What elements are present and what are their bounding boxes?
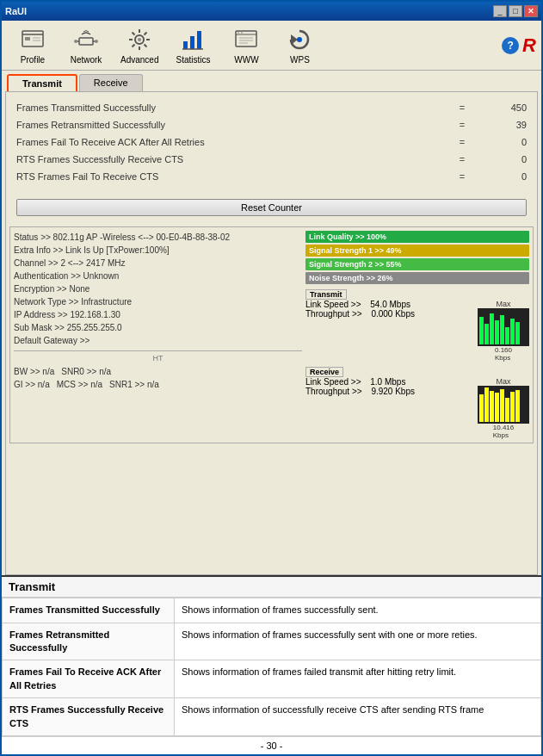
desc-term-0: Frames Transmitted Successfully <box>3 598 175 623</box>
stat-label-0: Frames Transmitted Successfully <box>16 102 449 113</box>
signal-strength1-bar: Signal Strength 1 >> 49% <box>305 245 529 257</box>
gi-value: GI >> n/a <box>14 378 50 391</box>
stat-label-2: Frames Fail To Receive ACK After All Ret… <box>16 137 449 147</box>
link-quality-bar: Link Quality >> 100% <box>305 231 529 243</box>
svg-point-18 <box>238 32 239 34</box>
desc-header: Transmit <box>2 577 541 598</box>
rx-kbps-label: 10.416Kbps <box>493 424 514 439</box>
title-bar: RaUI _ □ ✕ <box>2 2 541 21</box>
ht-title: HT <box>14 353 302 365</box>
toolbar-item-statistics[interactable]: Statistics <box>167 24 219 66</box>
desc-row-0: Frames Transmitted Successfully Shows in… <box>3 598 541 623</box>
main-panel: Frames Transmitted Successfully = 450 Fr… <box>5 91 538 575</box>
stat-eq-0: = <box>449 102 475 113</box>
bw-value: BW >> n/a <box>14 365 54 378</box>
main-window: RaUI _ □ ✕ Profile <box>0 0 543 756</box>
toolbar-item-www[interactable]: WWW <box>220 24 272 66</box>
tx-link-speed-row: Link Speed >> 54.0 Mbps <box>305 300 474 309</box>
reset-counter-button[interactable]: Reset Counter <box>16 199 527 216</box>
svg-point-11 <box>138 38 141 41</box>
status-line: Status >> 802.11g AP -Wireless <--> 00-E… <box>14 231 302 244</box>
rx-link-speed-value: 1.0 Mbps <box>370 377 405 387</box>
stat-value-2: 0 <box>475 137 527 147</box>
svg-point-9 <box>95 40 98 43</box>
desc-row-1: Frames Retransmitted Successfully Shows … <box>3 623 541 660</box>
desc-section: Transmit Frames Transmitted Successfully… <box>2 575 541 754</box>
svg-rect-13 <box>190 36 194 49</box>
snr1-value: SNR1 >> n/a <box>109 378 159 391</box>
desc-term-1: Frames Retransmitted Successfully <box>3 623 175 660</box>
svg-rect-12 <box>183 41 188 49</box>
advanced-icon <box>126 26 153 53</box>
desc-term-2: Frames Fail To Receive ACK After All Ret… <box>3 660 175 698</box>
wps-icon <box>286 26 313 53</box>
close-button[interactable]: ✕ <box>524 5 538 17</box>
desc-desc-0: Shows information of frames successfully… <box>175 598 541 623</box>
toolbar-right: ? R <box>502 34 536 57</box>
tx-link-speed-value: 54.0 Mbps <box>370 300 410 309</box>
stat-eq-3: = <box>449 154 475 164</box>
stat-eq-2: = <box>449 137 475 147</box>
ralink-logo: R <box>522 34 536 57</box>
snr0-value: SNR0 >> n/a <box>61 365 111 378</box>
stat-value-0: 450 <box>475 102 527 113</box>
transmit-box: Transmit Link Speed >> 54.0 Mbps Through… <box>305 289 529 362</box>
rx-throughput-row: Throughput >> 9.920 Kbps <box>305 387 474 396</box>
stat-label-3: RTS Frames Successfully Receive CTS <box>16 154 449 164</box>
title-bar-text: RaUI <box>5 6 27 16</box>
rx-throughput-value: 9.920 Kbps <box>371 387 415 396</box>
stat-row-3: RTS Frames Successfully Receive CTS = 0 <box>16 151 527 168</box>
stat-value-4: 0 <box>475 171 527 182</box>
tx-throughput-value: 0.000 Kbps <box>371 309 415 319</box>
desc-term-3: RTS Frames Successfully Receive CTS <box>3 698 175 736</box>
www-icon <box>232 26 260 53</box>
svg-rect-14 <box>197 31 201 49</box>
stat-value-3: 0 <box>475 154 527 164</box>
tab-receive[interactable]: Receive <box>79 74 143 91</box>
receive-box: Receive Link Speed >> 1.0 Mbps Throughpu… <box>305 367 529 439</box>
toolbar: Profile Network <box>2 21 541 71</box>
toolbar-item-wps[interactable]: WPS <box>274 24 325 66</box>
wps-label: WPS <box>290 55 310 65</box>
stat-label-4: RTS Frames Fail To Receive CTS <box>16 171 449 182</box>
maximize-button[interactable]: □ <box>509 5 522 17</box>
network-type-line: Network Type >> Infrastructure <box>14 295 302 308</box>
www-label: WWW <box>234 55 258 65</box>
toolbar-item-profile[interactable]: Profile <box>7 24 59 66</box>
toolbar-item-network[interactable]: Network <box>60 24 112 66</box>
network-label: Network <box>71 55 102 65</box>
ip-line: IP Address >> 192.168.1.30 <box>14 308 302 321</box>
tx-chart <box>478 308 529 346</box>
encryption-line: Encryption >> None <box>14 282 302 295</box>
svg-rect-5 <box>79 38 93 45</box>
gateway-line: Default Gateway >> <box>14 334 302 347</box>
tabs-row: Transmit Receive <box>2 71 541 91</box>
stats-area: Frames Transmitted Successfully = 450 Fr… <box>6 92 537 192</box>
help-button[interactable]: ? <box>502 37 519 54</box>
desc-desc-1: Shows information of frames successfully… <box>175 623 541 660</box>
mcs-value: MCS >> n/a <box>57 378 102 391</box>
profile-label: Profile <box>21 55 45 65</box>
status-panel: Status >> 802.11g AP -Wireless <--> 00-E… <box>9 226 534 443</box>
channel-line: Channel >> 2 <--> 2417 MHz <box>14 257 302 270</box>
tab-transmit[interactable]: Transmit <box>7 74 77 91</box>
rx-max-label: Max <box>496 377 510 386</box>
svg-point-24 <box>297 37 302 42</box>
desc-table: Frames Transmitted Successfully Shows in… <box>2 598 541 736</box>
noise-strength-bar: Noise Strength >> 26% <box>305 272 529 284</box>
tx-throughput-label: Throughput >> <box>305 309 362 319</box>
rx-chart <box>478 386 529 424</box>
desc-row-2: Frames Fail To Receive ACK After All Ret… <box>3 660 541 698</box>
svg-point-19 <box>241 32 243 34</box>
minimize-button[interactable]: _ <box>493 5 507 17</box>
desc-desc-2: Shows information of frames failed trans… <box>175 660 541 698</box>
stat-row-4: RTS Frames Fail To Receive CTS = 0 <box>16 168 527 185</box>
extra-info-line: Extra Info >> Link Is Up [TxPower:100%] <box>14 244 302 257</box>
stat-row-1: Frames Retransmitted Successfully = 39 <box>16 116 527 133</box>
stat-eq-1: = <box>449 120 475 130</box>
toolbar-item-advanced[interactable]: Advanced <box>114 24 165 66</box>
page-number: - 30 - <box>2 736 541 754</box>
svg-point-8 <box>74 40 77 43</box>
tx-kbps-label: 0.160Kbps <box>495 346 512 362</box>
tx-max-label: Max <box>496 300 510 308</box>
